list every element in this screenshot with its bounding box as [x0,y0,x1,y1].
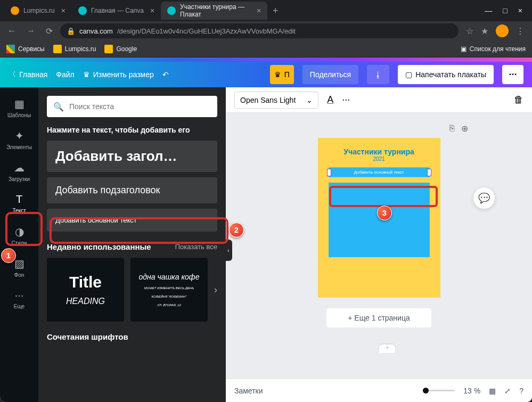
callout-number: 1 [1,248,16,263]
new-tab-button[interactable]: + [267,5,284,17]
print-icon: ▢ [405,70,412,79]
add-body-button[interactable]: Добавить основной текст [47,209,217,232]
minimize-icon[interactable]: — [485,6,492,15]
tool-more[interactable]: ···Еще [0,283,38,315]
tool-uploads[interactable]: ☁Загрузки [0,155,38,187]
file-menu[interactable]: Файл [56,70,74,79]
search-input[interactable] [69,102,211,111]
close-icon[interactable]: × [257,6,261,15]
tab-lumpics[interactable]: Lumpics.ru × [4,2,72,20]
cloud-icon: ☁ [14,161,24,174]
resize-button[interactable]: ♛Изменить размер [83,70,154,79]
recent-grid: Title HEADING одна чашка кофе МОЖЕТ ИЗМЕ… [47,258,217,322]
bookmark-lumpics[interactable]: Lumpics.ru [53,45,96,53]
add-page-icon[interactable]: ⊕ [461,124,468,134]
notes-button[interactable]: Заметки [234,387,263,395]
elements-icon: ✦ [15,129,24,142]
more-icon: ··· [15,289,24,301]
callout-number: 3 [377,206,392,220]
tool-rail: ▦Шаблоны ✦Элементы ☁Загрузки TТекст ◑Сти… [0,87,38,402]
show-all-link[interactable]: Показать все [175,243,217,251]
add-heading-button[interactable]: Добавить загол… [47,141,217,172]
apps-icon [6,45,15,53]
address-bar: ← → ⟳ 🔒 canva.com/design/DAEo1w0v4nc/GuH… [0,21,532,40]
undo-button[interactable]: ↶ [162,70,169,79]
url-field[interactable]: 🔒 canva.com/design/DAEo1w0v4nc/GuHELUej3… [60,23,459,38]
more-options-icon[interactable]: ··· [342,94,350,105]
close-window-icon[interactable]: × [518,6,522,15]
menu-icon[interactable]: ⋮ [516,26,525,36]
text-panel: 🔍 Нажмите на текст, чтобы добавить его Д… [38,87,226,402]
download-button[interactable]: ⭳ [367,65,389,84]
tab-canva-home[interactable]: Главная — Canva × [72,2,161,20]
poster-year[interactable]: 2021 [329,156,430,162]
page-actions: ⎘ ⊕ [449,124,468,134]
chevron-right-icon[interactable]: › [214,284,217,296]
zoom-slider[interactable] [423,390,455,391]
extension-icon[interactable]: ★ [481,26,488,36]
tool-elements[interactable]: ✦Элементы [0,124,38,155]
grid-view-icon[interactable]: ▦ [489,387,496,395]
maximize-icon[interactable]: □ [503,6,507,15]
add-subheading-button[interactable]: Добавить подзаголовок [47,177,217,203]
poster-shape[interactable] [329,183,430,257]
tab-label: Lumpics.ru [23,7,55,14]
crown-icon: ♛ [83,70,90,79]
bookmark-google[interactable]: Google [104,45,137,53]
expand-pages-icon[interactable]: ⌃ [379,344,395,353]
comment-icon: 💬 [478,192,490,204]
comment-button[interactable]: 💬 [473,187,495,209]
folder-icon [104,45,113,53]
duplicate-page-icon[interactable]: ⎘ [449,124,455,134]
home-button[interactable]: 〈Главная [9,70,47,79]
favicon-icon [78,6,87,15]
profile-avatar[interactable] [496,24,509,37]
help-icon[interactable]: ? [519,387,523,395]
back-button[interactable]: ← [4,26,19,36]
folder-icon [53,45,62,53]
tab-label: Участники турнира — Плакат [180,3,250,18]
share-button[interactable]: Поделиться [302,65,358,84]
add-page-button[interactable]: + Еще 1 страница [326,308,431,327]
tool-templates[interactable]: ▦Шаблоны [0,92,38,124]
bookmarks-bar: Сервисы Lumpics.ru Google ▣Список для чт… [0,40,532,58]
canvas-toolbar: Open Sans Light⌄ A ··· 🗑 [226,87,532,113]
tool-styles[interactable]: ◑Стили [0,219,38,251]
tool-text[interactable]: TТекст [0,187,38,219]
more-button[interactable]: ··· [502,65,523,84]
canvas-scroll[interactable]: ⎘ ⊕ Участники турнира 2021 Добавить осно… [226,113,532,379]
canvas-footer: Заметки 13 % ▦ ⤢ ? [226,379,532,402]
forward-button[interactable]: → [23,26,38,36]
text-color-icon[interactable]: A [327,94,333,105]
callout-number: 2 [229,223,244,237]
tab-canva-design[interactable]: Участники турнира — Плакат × [161,2,267,20]
pro-badge[interactable]: ♛П [270,65,294,84]
search-box[interactable]: 🔍 [47,96,217,117]
search-icon: 🔍 [53,102,64,112]
recent-item[interactable]: одна чашка кофе МОЖЕТ ИЗМЕНИТЬ ВЕСЬ ДЕНЬ… [130,258,208,322]
url-domain: canva.com [79,27,113,35]
delete-icon[interactable]: 🗑 [514,94,523,105]
recent-item[interactable]: Title HEADING [47,258,124,322]
poster-title[interactable]: Участники турнира [329,147,430,156]
reading-list-button[interactable]: ▣Список для чтения [461,45,526,53]
lock-icon: 🔒 [67,27,75,35]
close-icon[interactable]: × [61,6,66,15]
background-icon: ▨ [14,257,24,270]
fullscreen-icon[interactable]: ⤢ [504,387,511,395]
apps-button[interactable]: Сервисы [6,45,45,53]
font-selector[interactable]: Open Sans Light⌄ [234,92,318,109]
selected-textbox[interactable]: Добавить основной текст [329,167,430,177]
canva-header: 〈Главная Файл ♛Изменить размер ↶ ♛П Поде… [0,62,532,87]
chevron-left-icon: 〈 [9,70,16,79]
tab-strip: Lumpics.ru × Главная — Canva × Участники… [4,0,479,21]
bookmark-star-icon[interactable]: ☆ [466,26,473,36]
print-button[interactable]: ▢Напечатать плакаты [398,65,494,84]
palette-icon: ◑ [15,225,24,238]
collapse-panel-handle[interactable]: ‹ [225,240,232,261]
close-icon[interactable]: × [150,6,154,15]
recent-title: Недавно использованные [47,242,151,251]
download-icon: ⭳ [374,70,382,79]
reload-button[interactable]: ⟳ [43,26,56,36]
window-controls: — □ × [479,6,528,15]
